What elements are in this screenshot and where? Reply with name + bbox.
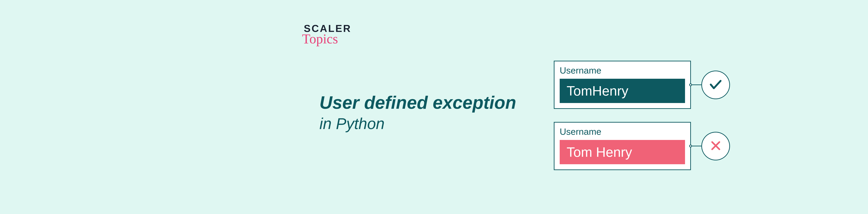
valid-input-text: TomHenry	[567, 83, 628, 99]
connector-line	[691, 146, 701, 146]
page-heading: User defined exception in Python	[319, 92, 516, 133]
connector-dot	[689, 145, 692, 147]
valid-example-row: Username TomHenry	[554, 61, 730, 109]
invalid-status-circle	[701, 132, 730, 160]
connector-line	[691, 84, 701, 85]
check-icon	[708, 77, 723, 93]
page-subtitle: in Python	[319, 115, 516, 133]
scaler-logo: SCALER Topics	[304, 23, 351, 47]
page-title: User defined exception	[319, 92, 516, 113]
valid-input-box: TomHenry	[560, 79, 685, 103]
valid-label: Username	[560, 65, 685, 76]
valid-status-circle	[701, 71, 730, 99]
cross-icon	[710, 139, 722, 153]
invalid-input-box: Tom Henry	[560, 140, 685, 164]
valid-card: Username TomHenry	[554, 61, 691, 109]
invalid-input-text: Tom Henry	[567, 144, 632, 160]
example-cards: Username TomHenry Username Tom	[554, 61, 730, 183]
invalid-card: Username Tom Henry	[554, 122, 691, 170]
invalid-example-row: Username Tom Henry	[554, 122, 730, 170]
connector-dot	[689, 83, 692, 86]
invalid-label: Username	[560, 127, 685, 137]
